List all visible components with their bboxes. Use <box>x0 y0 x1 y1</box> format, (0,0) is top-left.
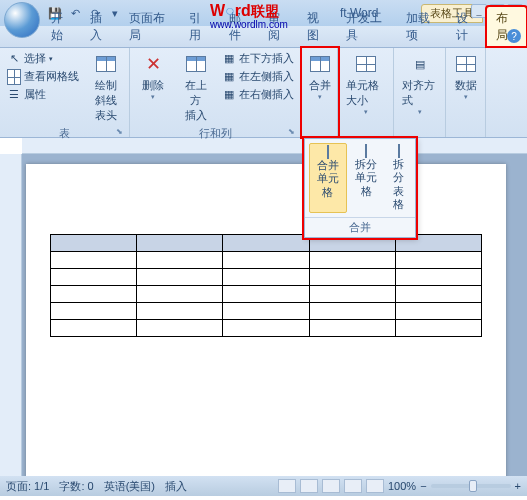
merge-icon <box>306 52 334 76</box>
tab-view[interactable]: 视图 <box>298 7 337 47</box>
tab-developer[interactable]: 开发工具 <box>337 7 397 47</box>
insert-above-button[interactable]: 在上方 插入 <box>176 50 215 125</box>
insert-below-button[interactable]: ▦在下方插入 <box>219 50 297 67</box>
zoom-slider[interactable] <box>431 484 511 488</box>
page-scroll[interactable] <box>22 154 527 476</box>
status-insert-mode[interactable]: 插入 <box>165 479 187 494</box>
cell-size-icon <box>352 52 380 76</box>
status-language[interactable]: 英语(美国) <box>104 479 155 494</box>
launcher-icon[interactable]: ⬊ <box>288 127 295 136</box>
view-outline-button[interactable] <box>344 479 362 493</box>
help-icon[interactable]: ? <box>507 29 521 43</box>
document-area <box>0 154 527 476</box>
insert-above-icon <box>182 52 210 76</box>
launcher-icon[interactable]: ⬊ <box>116 127 123 136</box>
cursor-icon: ↖ <box>7 52 21 66</box>
delete-button[interactable]: ✕ 删除▾ <box>134 50 172 103</box>
group-label-table: 表⬊ <box>4 125 125 142</box>
view-draft-button[interactable] <box>366 479 384 493</box>
status-words[interactable]: 字数: 0 <box>59 479 93 494</box>
status-page[interactable]: 页面: 1/1 <box>6 479 49 494</box>
group-label-rowcol: 行和列⬊ <box>134 125 297 142</box>
properties-button[interactable]: ☰属性 <box>4 86 82 103</box>
split-table-icon <box>398 145 400 158</box>
draw-diagonal-header-button[interactable]: 绘制 斜线表头 <box>86 50 125 125</box>
delete-icon: ✕ <box>139 52 167 76</box>
group-data: 数据▾ <box>446 48 486 137</box>
group-alignment: ▤ 对齐方式▾ <box>394 48 446 137</box>
status-bar: 页面: 1/1 字数: 0 英语(美国) 插入 100% − + <box>0 476 527 496</box>
zoom-out-button[interactable]: − <box>420 480 426 492</box>
merge-cells-button[interactable]: 合并 单元格 <box>309 143 347 213</box>
split-cells-icon <box>365 145 367 158</box>
zoom-thumb[interactable] <box>469 480 477 492</box>
group-merge: 合并▾ <box>302 48 338 137</box>
col-right-icon: ▦ <box>222 88 236 102</box>
group-table: ↖选择 ▾ 查看网格线 ☰属性 绘制 斜线表头 表⬊ <box>0 48 130 137</box>
merge-cells-icon <box>327 146 329 159</box>
zoom-in-button[interactable]: + <box>515 480 521 492</box>
diagonal-table-icon <box>92 52 120 76</box>
vertical-ruler[interactable] <box>0 154 22 476</box>
tab-design[interactable]: 设计 <box>447 7 486 47</box>
tab-page-layout[interactable]: 页面布局 <box>120 7 180 47</box>
select-button[interactable]: ↖选择 ▾ <box>4 50 82 67</box>
office-button[interactable] <box>4 2 40 38</box>
insert-left-button[interactable]: ▦在左侧插入 <box>219 68 297 85</box>
view-print-layout-button[interactable] <box>278 479 296 493</box>
group-cell-size: 单元格大小▾ <box>338 48 394 137</box>
merge-popup: 合并 单元格 拆分 单元格 拆分 表格 合并 <box>304 138 416 238</box>
properties-icon: ☰ <box>7 88 21 102</box>
data-button[interactable]: 数据▾ <box>447 50 485 103</box>
alignment-button[interactable]: ▤ 对齐方式▾ <box>398 50 441 118</box>
view-gridlines-button[interactable]: 查看网格线 <box>4 68 82 85</box>
merge-dropdown-button[interactable]: 合并▾ <box>301 50 339 103</box>
cell-size-button[interactable]: 单元格大小▾ <box>342 50 389 118</box>
ribbon: ↖选择 ▾ 查看网格线 ☰属性 绘制 斜线表头 表⬊ ✕ 删除▾ 在上方 插入 … <box>0 48 527 138</box>
col-left-icon: ▦ <box>222 70 236 84</box>
popup-group-label: 合并 <box>305 217 415 237</box>
view-web-button[interactable] <box>322 479 340 493</box>
page[interactable] <box>26 164 506 476</box>
grid-icon <box>7 70 21 84</box>
data-icon <box>452 52 480 76</box>
document-table[interactable] <box>50 234 482 337</box>
tab-layout[interactable]: 布局 <box>486 6 527 47</box>
view-fullscreen-button[interactable] <box>300 479 318 493</box>
insert-right-button[interactable]: ▦在右侧插入 <box>219 86 297 103</box>
tab-home[interactable]: 开始 <box>42 7 81 47</box>
watermark: W○rd联盟 www.wordlm.com <box>210 2 288 30</box>
align-icon: ▤ <box>406 52 434 76</box>
tab-addins[interactable]: 加载项 <box>397 7 447 47</box>
group-rows-cols: ✕ 删除▾ 在上方 插入 ▦在下方插入 ▦在左侧插入 ▦在右侧插入 行和列⬊ <box>130 48 302 137</box>
tab-insert[interactable]: 插入 <box>81 7 120 47</box>
row-below-icon: ▦ <box>222 52 236 66</box>
split-cells-button[interactable]: 拆分 单元格 <box>349 143 385 213</box>
zoom-level[interactable]: 100% <box>388 480 416 492</box>
split-table-button[interactable]: 拆分 表格 <box>386 143 411 213</box>
